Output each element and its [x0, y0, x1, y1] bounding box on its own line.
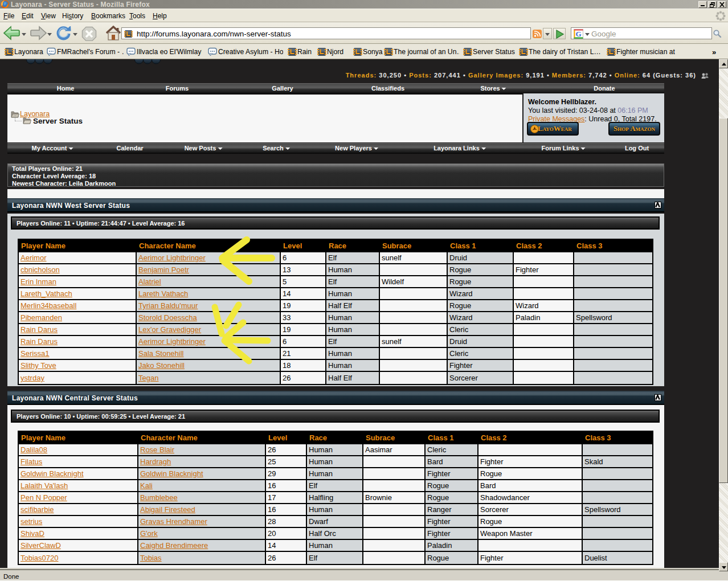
svg-text:G: G	[576, 30, 582, 38]
